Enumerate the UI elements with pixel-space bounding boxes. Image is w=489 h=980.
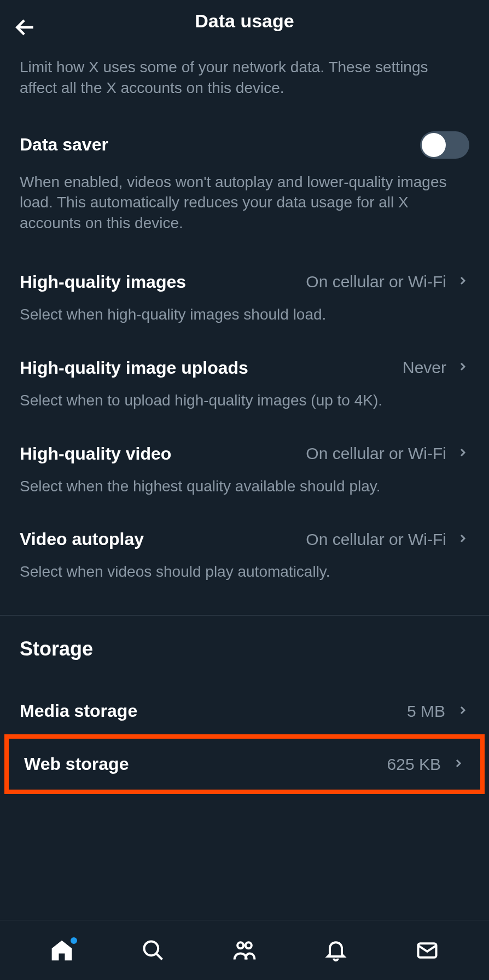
- chevron-right-icon: [456, 360, 469, 375]
- hq-uploads-label: High-quality image uploads: [20, 358, 248, 378]
- bell-icon: [324, 938, 348, 962]
- hq-video-row[interactable]: High-quality video On cellular or Wi-Fi …: [20, 444, 469, 497]
- video-autoplay-row[interactable]: Video autoplay On cellular or Wi-Fi Sele…: [20, 529, 469, 582]
- people-icon: [232, 938, 257, 962]
- media-storage-row[interactable]: Media storage 5 MB: [20, 688, 469, 734]
- web-storage-highlight: Web storage 625 KB: [4, 734, 485, 794]
- media-storage-label: Media storage: [20, 701, 137, 721]
- nav-notifications[interactable]: [324, 938, 348, 962]
- back-button[interactable]: [13, 15, 37, 42]
- chevron-right-icon: [456, 704, 469, 719]
- mail-icon: [415, 938, 439, 962]
- data-saver-toggle[interactable]: [420, 131, 469, 159]
- hq-images-label: High-quality images: [20, 272, 186, 292]
- storage-section-title: Storage: [20, 637, 469, 660]
- chevron-right-icon: [456, 274, 469, 289]
- data-saver-description: When enabled, videos won't autoplay and …: [20, 172, 469, 234]
- hq-uploads-value: Never: [403, 358, 446, 377]
- toggle-knob: [422, 133, 446, 157]
- chevron-right-icon: [452, 757, 465, 772]
- hq-images-row[interactable]: High-quality images On cellular or Wi-Fi…: [20, 272, 469, 325]
- hq-video-label: High-quality video: [20, 444, 171, 464]
- header: Data usage: [0, 0, 489, 44]
- web-storage-label: Web storage: [24, 754, 129, 774]
- media-storage-value: 5 MB: [407, 702, 445, 721]
- svg-point-4: [246, 942, 252, 948]
- search-icon: [141, 938, 165, 962]
- notification-dot: [71, 937, 77, 944]
- hq-video-description: Select when the highest quality availabl…: [20, 476, 469, 497]
- nav-communities[interactable]: [232, 938, 257, 962]
- nav-messages[interactable]: [415, 938, 439, 962]
- arrow-left-icon: [13, 15, 37, 39]
- hq-video-value: On cellular or Wi-Fi: [306, 444, 446, 463]
- data-saver-row: Data saver: [20, 131, 469, 159]
- hq-uploads-description: Select when to upload high-quality image…: [20, 390, 469, 411]
- nav-search[interactable]: [141, 938, 165, 962]
- page-title: Data usage: [11, 10, 478, 32]
- video-autoplay-description: Select when videos should play automatic…: [20, 561, 469, 582]
- web-storage-row[interactable]: Web storage 625 KB: [24, 739, 465, 790]
- hq-uploads-row[interactable]: High-quality image uploads Never Select …: [20, 358, 469, 411]
- svg-point-3: [237, 942, 243, 948]
- video-autoplay-label: Video autoplay: [20, 529, 144, 549]
- bottom-nav: [0, 920, 489, 980]
- web-storage-value: 625 KB: [387, 755, 441, 774]
- svg-line-2: [156, 953, 162, 959]
- video-autoplay-value: On cellular or Wi-Fi: [306, 530, 446, 549]
- divider: [0, 615, 489, 616]
- page-description: Limit how X uses some of your network da…: [20, 57, 469, 98]
- svg-point-1: [144, 941, 159, 955]
- nav-home[interactable]: [50, 938, 74, 962]
- hq-images-description: Select when high-quality images should l…: [20, 304, 469, 325]
- hq-images-value: On cellular or Wi-Fi: [306, 272, 446, 291]
- data-saver-label: Data saver: [20, 135, 108, 155]
- chevron-right-icon: [456, 446, 469, 461]
- chevron-right-icon: [456, 532, 469, 547]
